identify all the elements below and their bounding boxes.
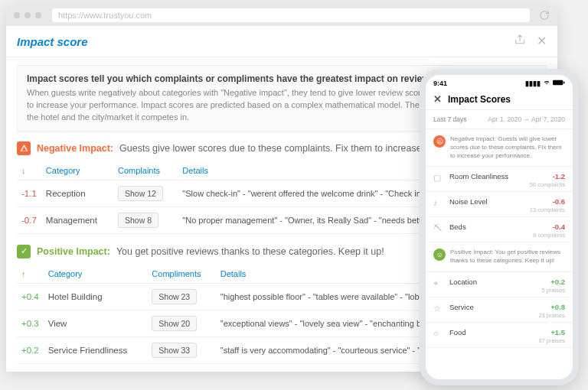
- smile-icon: ☺: [433, 249, 446, 261]
- item-subtext: 87 praises: [449, 337, 565, 344]
- list-item[interactable]: ☆ Service+0.8 23 praises: [426, 297, 573, 323]
- location-icon: ⌖: [433, 278, 444, 288]
- item-score: -0.4: [553, 223, 565, 231]
- col-compliments[interactable]: Compliments: [147, 265, 215, 284]
- item-category: Location: [449, 278, 477, 286]
- list-item[interactable]: ⌖ Location+0.2 5 praises: [426, 272, 573, 297]
- date-range-row[interactable]: Last 7 days Apr 1, 2020 → Apr 7, 2020: [426, 110, 573, 129]
- battery-icon: [553, 80, 565, 87]
- impact-score: +0.4: [17, 283, 44, 310]
- category-cell: View: [44, 310, 148, 336]
- list-item[interactable]: ▢ Room Cleanliness-1.2 56 complaints: [426, 167, 573, 192]
- room-icon: ▢: [433, 172, 444, 183]
- window-dot[interactable]: [14, 12, 20, 18]
- svg-rect-1: [564, 82, 564, 84]
- item-score: -1.2: [553, 172, 565, 180]
- address-bar[interactable]: https://www.trustyou.com: [52, 8, 530, 22]
- page-header: Impact score ✕: [6, 26, 557, 57]
- category-cell: Service Friendliness: [44, 336, 148, 363]
- list-item[interactable]: ⛏ Beds-0.4 8 complaints: [426, 217, 573, 242]
- close-icon[interactable]: ✕: [433, 93, 442, 105]
- category-cell: Reception: [41, 180, 113, 206]
- show-button[interactable]: Show 33: [152, 343, 197, 358]
- share-icon[interactable]: [514, 34, 526, 49]
- food-icon: ○: [433, 328, 444, 338]
- show-button[interactable]: Show 20: [152, 316, 197, 331]
- category-cell: Management: [41, 206, 113, 233]
- app-header: ✕ Impact Scores: [426, 89, 573, 110]
- signal-icon: ▮▮▮▮: [525, 80, 541, 87]
- negative-label: Negative Impact:: [37, 143, 113, 154]
- list-item[interactable]: ○ Food+1.5 87 praises: [426, 323, 573, 348]
- item-score: -0.6: [553, 197, 565, 206]
- item-subtext: 8 complaints: [449, 232, 565, 239]
- svg-rect-0: [553, 80, 563, 86]
- item-score: +0.2: [550, 278, 565, 286]
- item-category: Food: [449, 328, 466, 336]
- mobile-positive-banner: ☺ Positive Impact: You get positive revi…: [426, 242, 573, 272]
- wifi-icon: [543, 80, 550, 87]
- frown-icon: ☹: [433, 135, 446, 148]
- window-dot[interactable]: [24, 12, 31, 18]
- item-category: Service: [449, 303, 474, 311]
- warning-icon: [17, 141, 31, 155]
- item-score: +0.8: [550, 303, 565, 311]
- positive-desc: You get positive reviews thanks to these…: [116, 246, 384, 257]
- item-category: Room Cleanliness: [449, 172, 508, 180]
- item-subtext: 23 praises: [449, 312, 565, 319]
- item-subtext: 13 complaints: [449, 206, 565, 213]
- col-category[interactable]: Category: [41, 161, 113, 180]
- status-bar: 9:41 ▮▮▮▮: [426, 75, 573, 89]
- date-range-label: Last 7 days: [433, 115, 466, 123]
- item-score: +1.5: [550, 328, 565, 336]
- app-title: Impact Scores: [448, 94, 511, 105]
- item-subtext: 5 praises: [449, 287, 565, 294]
- list-item[interactable]: ♪ Noise Level-0.6 13 complaints: [426, 192, 573, 217]
- bed-icon: ⛏: [433, 223, 444, 232]
- impact-score: +0.2: [17, 336, 44, 363]
- mobile-neg-text: Negative Impact: Guests will give lower …: [450, 135, 565, 160]
- refresh-icon[interactable]: [539, 10, 550, 21]
- item-subtext: 56 complaints: [449, 181, 565, 188]
- category-cell: Hotel Building: [44, 283, 148, 310]
- item-category: Beds: [449, 223, 466, 231]
- mobile-negative-banner: ☹ Negative Impact: Guests will give lowe…: [426, 129, 573, 167]
- col-arrow[interactable]: ↓: [17, 161, 41, 180]
- noise-icon: ♪: [433, 197, 444, 207]
- status-time: 9:41: [433, 80, 447, 87]
- col-complaints[interactable]: Complaints: [113, 161, 178, 180]
- impact-score: -0.7: [17, 206, 41, 233]
- window-dot[interactable]: [35, 12, 41, 18]
- browser-chrome: https://www.trustyou.com: [6, 5, 557, 26]
- show-button[interactable]: Show 23: [152, 289, 197, 304]
- impact-score: -1.1: [17, 180, 41, 206]
- item-category: Noise Level: [449, 197, 488, 206]
- page-title: Impact score: [17, 35, 88, 48]
- mobile-pos-text: Positive Impact: You get positive review…: [450, 249, 565, 265]
- show-button[interactable]: Show 8: [118, 213, 158, 228]
- service-icon: ☆: [433, 303, 444, 314]
- close-icon[interactable]: ✕: [537, 34, 547, 49]
- col-arrow[interactable]: ↑: [17, 265, 44, 284]
- date-range-value: Apr 1, 2020 → Apr 7, 2020: [488, 115, 565, 123]
- impact-score: +0.3: [17, 310, 44, 336]
- check-icon: ✓: [17, 245, 31, 258]
- col-category[interactable]: Category: [44, 265, 148, 284]
- show-button[interactable]: Show 12: [118, 186, 163, 201]
- phone-mockup: 9:41 ▮▮▮▮ ✕ Impact Scores Last 7 days Ap…: [420, 69, 579, 385]
- positive-label: Positive Impact:: [37, 246, 110, 257]
